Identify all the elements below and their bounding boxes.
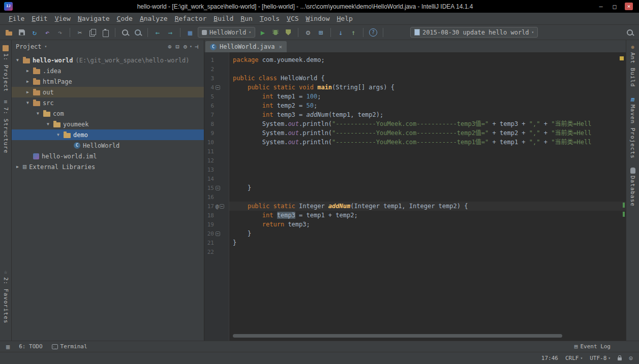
chevron-expanded-icon[interactable]: ▼ (15, 58, 20, 62)
gutter-line[interactable]: 22 (204, 247, 229, 256)
gutter-line[interactable]: 5 (204, 92, 229, 101)
chevron-expanded-icon[interactable]: ▼ (45, 122, 51, 126)
cut-icon[interactable]: ✂ (75, 27, 85, 38)
gutter-line[interactable]: 20− (204, 229, 229, 238)
vcs-update-icon[interactable]: ↓ (336, 27, 346, 38)
tree-item-helloworld[interactable]: HelloWorld (12, 140, 204, 151)
run-with-coverage-icon[interactable] (283, 27, 293, 38)
gutter-line[interactable]: 21 (204, 238, 229, 247)
gutter-line[interactable]: 4− (204, 83, 229, 92)
project-structure-icon[interactable]: ⊞ (316, 27, 326, 38)
locate-icon[interactable]: ⊕ (166, 43, 173, 50)
tree-item-htmlpage[interactable]: ▶htmlPage (12, 76, 204, 87)
tab-helloworld-java[interactable]: HelloWorld.java × (205, 41, 287, 52)
debug-icon[interactable] (270, 27, 281, 38)
undo-icon[interactable]: ↶ (42, 27, 52, 38)
annotation-icon[interactable]: @ (216, 204, 219, 209)
synchronize-icon[interactable]: ↻ (29, 27, 40, 38)
fold-icon[interactable]: − (216, 186, 220, 190)
close-tab-icon[interactable]: × (279, 44, 282, 50)
gutter-line[interactable]: 1 (204, 55, 229, 64)
make-project-icon[interactable]: ▦ (185, 27, 195, 38)
gutter-line[interactable]: 14 (204, 174, 229, 183)
minimize-button[interactable]: — (597, 3, 604, 10)
gutter-line[interactable]: 19 (204, 220, 229, 229)
collapse-all-icon[interactable]: ⊟ (174, 43, 180, 50)
tool-window-switcher-icon[interactable]: ▦ (6, 343, 10, 350)
run-configuration-selector[interactable]: HelloWorld▾ (198, 27, 255, 38)
menu-run[interactable]: Run (237, 14, 256, 23)
tool-button-1-project[interactable]: 1: Project (3, 44, 9, 92)
tool-button-maven-projects[interactable]: mMaven Projects (629, 96, 636, 159)
find-icon[interactable] (120, 27, 130, 38)
gutter-line[interactable]: 11 (204, 147, 229, 156)
fold-icon[interactable]: − (216, 85, 220, 90)
tree-item-hello-world-iml[interactable]: hello-world.iml (12, 151, 204, 161)
tree-item-external-libraries[interactable]: ▶▤External Libraries (12, 161, 204, 172)
menu-navigate[interactable]: Navigate (74, 14, 113, 23)
code-editor[interactable]: 1234−56789101112131415−1617@−181920−2122… (204, 52, 626, 341)
gutter-line[interactable]: 6 (204, 101, 229, 110)
chevron-down-icon[interactable]: ▾ (45, 44, 47, 49)
back-icon[interactable]: ← (153, 27, 163, 38)
chevron-collapsed-icon[interactable]: ▶ (25, 90, 31, 94)
settings-icon[interactable]: ⚙ (303, 27, 313, 38)
search-everywhere-icon[interactable] (625, 27, 635, 38)
gutter-line[interactable]: 2 (204, 64, 229, 74)
open-folder-icon[interactable] (4, 27, 14, 38)
code-area[interactable]: package com.youmeek.demo;public class He… (229, 52, 626, 341)
chevron-expanded-icon[interactable]: ▼ (25, 101, 31, 105)
settings-gear-icon[interactable]: ⚙ (182, 43, 189, 50)
copy-icon[interactable] (87, 27, 98, 38)
line-separator-selector[interactable]: CRLF ▾ (565, 355, 583, 361)
gutter-line[interactable]: 15− (204, 183, 229, 192)
gutter-line[interactable]: 18 (204, 211, 229, 220)
menu-code[interactable]: Code (113, 14, 136, 23)
tree-item-com[interactable]: ▼com (12, 108, 204, 119)
hector-inspections-icon[interactable]: ⊙ (629, 354, 633, 362)
inspection-status-icon[interactable] (620, 56, 624, 60)
terminal-tool-button[interactable]: Terminal (52, 343, 87, 350)
caret-position-widget[interactable]: 17:46 (541, 355, 558, 361)
horizontal-scrollbar[interactable] (233, 334, 562, 338)
gutter-line[interactable]: 16 (204, 192, 229, 202)
maximize-button[interactable]: □ (611, 3, 618, 10)
paste-icon[interactable] (100, 27, 110, 38)
gutter-line[interactable]: 7 (204, 110, 229, 119)
lock-icon[interactable] (618, 357, 622, 360)
forward-icon[interactable]: → (165, 27, 175, 38)
fold-icon[interactable]: − (216, 231, 220, 236)
tool-button-2-favorites[interactable]: ☆2: Favorites (3, 269, 9, 323)
tree-item-hello-world[interactable]: ▼hello-world (E:\git_work_space\hello-wo… (12, 55, 204, 65)
menu-view[interactable]: View (51, 14, 74, 23)
menu-vcs[interactable]: VCS (283, 14, 302, 23)
menu-window[interactable]: Window (302, 14, 333, 23)
run-icon[interactable]: ▶ (258, 27, 268, 38)
project-panel-title[interactable]: Project (16, 43, 42, 50)
gutter-line[interactable]: 3 (204, 74, 229, 83)
menu-edit[interactable]: Edit (28, 14, 51, 23)
menu-help[interactable]: Help (333, 14, 356, 23)
gutter-line[interactable]: 12 (204, 156, 229, 165)
event-log-button[interactable]: ▤ Event Log (574, 343, 611, 350)
encoding-selector[interactable]: UTF-8 ▾ (590, 355, 611, 361)
fold-icon[interactable]: − (220, 204, 224, 209)
tool-button-ant-build[interactable]: ●Ant Build (629, 44, 636, 87)
menu-analyze[interactable]: Analyze (136, 14, 171, 23)
gutter-line[interactable]: 8 (204, 119, 229, 128)
menu-tools[interactable]: Tools (256, 14, 283, 23)
gutter-line[interactable]: 13 (204, 165, 229, 174)
tool-button-database[interactable]: Database (629, 168, 636, 207)
tool-button-7-structure[interactable]: ≡7: Structure (3, 99, 9, 153)
chevron-collapsed-icon[interactable]: ▶ (25, 69, 31, 73)
replace-icon[interactable] (133, 27, 143, 38)
save-all-icon[interactable] (17, 27, 27, 38)
menu-refactor[interactable]: Refactor (171, 14, 210, 23)
gutter-line[interactable]: 9 (204, 128, 229, 138)
redo-icon[interactable]: ↷ (55, 27, 65, 38)
chevron-collapsed-icon[interactable]: ▶ (25, 79, 31, 84)
editor-gutter[interactable]: 1234−56789101112131415−1617@−181920−2122 (204, 52, 229, 341)
tree-item-src[interactable]: ▼src (12, 97, 204, 108)
chevron-expanded-icon[interactable]: ▼ (35, 111, 41, 116)
chevron-expanded-icon[interactable]: ▼ (55, 133, 61, 137)
